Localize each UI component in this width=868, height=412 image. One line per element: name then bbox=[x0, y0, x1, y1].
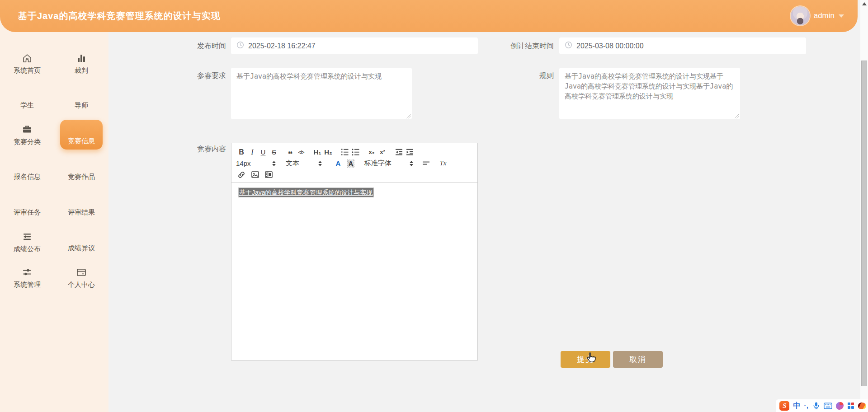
text-style-value: 文本 bbox=[286, 159, 299, 168]
cancel-button[interactable]: 取消 bbox=[613, 351, 663, 368]
submit-button[interactable]: 提交 bbox=[561, 351, 610, 368]
grid-icon bbox=[23, 196, 32, 206]
updown-arrows-icon bbox=[318, 161, 322, 166]
sidebar-item-personal-center[interactable]: 个人中心 bbox=[54, 259, 108, 295]
grid-icon bbox=[23, 160, 32, 170]
sidebar-item-review-results[interactable]: 评审结果 bbox=[54, 188, 108, 224]
bullet-list-icon[interactable] bbox=[350, 147, 361, 158]
grid-icon bbox=[77, 232, 86, 241]
username: admin bbox=[814, 11, 835, 20]
blockquote-button[interactable]: ❝ bbox=[285, 147, 296, 158]
sidebar-item-label: 导师 bbox=[75, 102, 88, 108]
chinese-mode-icon[interactable]: 中 bbox=[793, 401, 800, 411]
sidebar-item-review-tasks[interactable]: 评审任务 bbox=[0, 188, 54, 224]
editor-content-area[interactable]: 基于Java的高校学科竞赛管理系统的设计与实现 bbox=[231, 183, 477, 203]
text-style-picker[interactable]: 文本 bbox=[286, 159, 322, 168]
ordered-list-icon[interactable] bbox=[339, 147, 350, 158]
font-family-picker[interactable]: 标准字体 bbox=[364, 159, 413, 168]
sidebar-item-label: 成绩异议 bbox=[68, 244, 95, 251]
sidebar-menu: 系统首页 裁判 学生 导师 竞赛分类 竞赛信息 报名信息 竞赛作品 评审任务 bbox=[0, 45, 108, 295]
keyboard-icon[interactable] bbox=[824, 403, 832, 409]
sidebar-item-score-publish[interactable]: 成绩公布 bbox=[0, 224, 54, 259]
resize-handle-icon[interactable] bbox=[735, 114, 739, 118]
sidebar-item-label: 个人中心 bbox=[68, 281, 95, 288]
sidebar-item-label: 裁判 bbox=[75, 67, 88, 74]
content-label: 竞赛内容 bbox=[136, 145, 226, 154]
clear-format-button[interactable]: Tx bbox=[438, 158, 448, 169]
italic-button[interactable]: I bbox=[247, 147, 258, 158]
grid-icon bbox=[77, 196, 86, 206]
grid-icon bbox=[77, 89, 86, 98]
sidebar-item-competition-works[interactable]: 竞赛作品 bbox=[54, 152, 108, 188]
sidebar-item-score-dispute[interactable]: 成绩异议 bbox=[54, 224, 108, 259]
bold-button[interactable]: B bbox=[236, 147, 247, 158]
sidebar-item-label: 报名信息 bbox=[14, 173, 41, 180]
sidebar-item-mentors[interactable]: 导师 bbox=[54, 81, 108, 117]
grid-icon bbox=[23, 89, 32, 98]
sidebar-item-label: 评审结果 bbox=[68, 209, 95, 215]
sogou-logo-icon[interactable]: S bbox=[779, 401, 789, 411]
grid-icon bbox=[77, 160, 86, 170]
sidebar-item-label: 竞赛分类 bbox=[14, 138, 41, 145]
ime-taskbar: S 中 ·, bbox=[776, 399, 868, 412]
superscript-button[interactable]: x² bbox=[377, 147, 388, 158]
background-color-button[interactable]: A bbox=[345, 158, 356, 169]
punctuation-icon[interactable]: ·, bbox=[804, 402, 809, 409]
image-icon[interactable] bbox=[250, 169, 260, 180]
resize-handle-icon[interactable] bbox=[406, 114, 411, 118]
requirements-textarea[interactable]: 基于Java的高校学科竞赛管理系统的设计与实现 bbox=[231, 68, 412, 119]
sidebar-item-label: 学生 bbox=[20, 102, 34, 108]
sidebar-item-competition-info[interactable]: 竞赛信息 bbox=[60, 120, 103, 150]
header-bar: 基于Java的高校学科竞赛管理系统的设计与实现 admin bbox=[0, 0, 858, 32]
sidebar-item-label: 系统首页 bbox=[14, 67, 41, 74]
scroll-up-arrow-icon[interactable] bbox=[862, 2, 867, 5]
skin-icon[interactable] bbox=[836, 402, 844, 410]
publish-time-label: 发布时间 bbox=[136, 42, 226, 51]
strikethrough-button[interactable]: S bbox=[269, 147, 279, 158]
clock-icon bbox=[565, 41, 572, 51]
header1-button[interactable]: H₁ bbox=[312, 147, 323, 158]
card-icon bbox=[76, 267, 87, 278]
bar-chart-icon bbox=[76, 53, 87, 64]
code-block-button[interactable]: </> bbox=[296, 147, 307, 158]
apps-grid-icon[interactable] bbox=[847, 402, 854, 409]
publish-time-input[interactable]: 2025-02-18 16:22:47 bbox=[231, 37, 478, 54]
sidebar-item-home[interactable]: 系统首页 bbox=[0, 45, 54, 81]
user-menu[interactable]: admin bbox=[791, 6, 844, 25]
outdent-icon[interactable] bbox=[393, 147, 404, 158]
scrollbar-thumb[interactable] bbox=[861, 61, 867, 386]
rules-textarea[interactable]: 基于Java的高校学科竞赛管理系统的设计与实现基于Java的高校学科竞赛管理系统… bbox=[559, 68, 740, 119]
font-size-value: 14px bbox=[236, 159, 251, 167]
page-title: 基于Java的高校学科竞赛管理系统的设计与实现 bbox=[18, 0, 221, 32]
end-time-input[interactable]: 2025-03-08 00:00:00 bbox=[559, 37, 806, 54]
sidebar-item-competition-category[interactable]: 竞赛分类 bbox=[0, 117, 54, 152]
link-icon[interactable] bbox=[236, 169, 247, 180]
sidebar-item-registration-info[interactable]: 报名信息 bbox=[0, 152, 54, 188]
underline-button[interactable]: U bbox=[258, 147, 269, 158]
header2-button[interactable]: H₂ bbox=[323, 147, 334, 158]
microphone-icon[interactable] bbox=[812, 402, 820, 410]
indent-icon[interactable] bbox=[404, 147, 415, 158]
publish-time-value: 2025-02-18 16:22:47 bbox=[248, 42, 316, 50]
font-size-picker[interactable]: 14px bbox=[236, 159, 276, 167]
subscript-button[interactable]: x₂ bbox=[366, 147, 377, 158]
rules-label: 规则 bbox=[463, 71, 554, 80]
scrollbar[interactable] bbox=[860, 0, 868, 412]
requirements-label: 参赛要求 bbox=[136, 71, 226, 80]
home-icon bbox=[22, 53, 33, 64]
updown-arrows-icon bbox=[410, 161, 413, 166]
emoji-icon[interactable] bbox=[858, 403, 866, 409]
sidebar-item-system-manage[interactable]: 系统管理 bbox=[0, 259, 54, 295]
sidebar-item-judges[interactable]: 裁判 bbox=[54, 45, 108, 81]
sidebar-item-label: 成绩公布 bbox=[14, 245, 41, 252]
align-icon[interactable] bbox=[420, 158, 431, 169]
background-color-label: A bbox=[347, 159, 354, 168]
video-icon[interactable] bbox=[263, 169, 274, 180]
text-color-button[interactable]: A bbox=[333, 158, 344, 169]
list-arrow-icon bbox=[22, 231, 33, 242]
sidebar-item-students[interactable]: 学生 bbox=[0, 81, 54, 117]
end-time-value: 2025-03-08 00:00:00 bbox=[576, 42, 644, 50]
avatar[interactable] bbox=[791, 6, 810, 25]
grid-icon bbox=[77, 125, 86, 134]
updown-arrows-icon bbox=[272, 161, 276, 166]
